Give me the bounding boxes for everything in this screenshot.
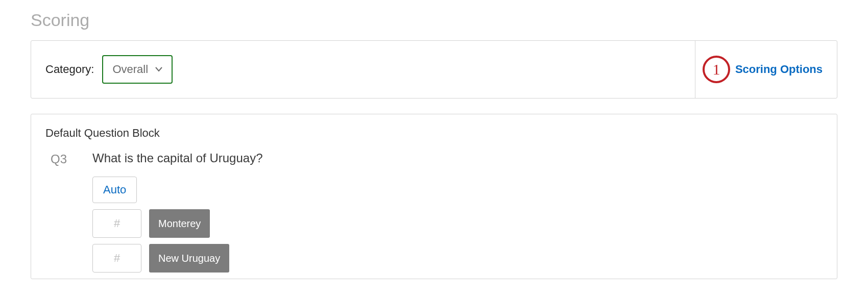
score-input[interactable] xyxy=(92,209,141,238)
scoring-options-link[interactable]: Scoring Options xyxy=(735,63,823,76)
category-bar: Category: Overall 1 Scoring Options xyxy=(31,40,837,98)
category-select[interactable]: Overall xyxy=(102,55,173,84)
question-id: Q3 xyxy=(51,151,76,166)
choice-row: Monterey xyxy=(92,209,823,238)
page-title: Scoring xyxy=(31,10,837,30)
question-row: Q3 What is the capital of Uruguay? Auto … xyxy=(45,151,823,279)
question-body: What is the capital of Uruguay? Auto Mon… xyxy=(92,151,823,279)
score-input[interactable] xyxy=(92,244,141,273)
scoring-options-group: 1 Scoring Options xyxy=(703,56,823,83)
vertical-divider xyxy=(695,41,695,98)
category-label: Category: xyxy=(45,63,94,76)
auto-button[interactable]: Auto xyxy=(92,177,137,203)
block-title: Default Question Block xyxy=(45,127,823,140)
choice-label[interactable]: New Uruguay xyxy=(149,244,229,273)
category-select-value: Overall xyxy=(112,63,148,76)
chevron-down-icon xyxy=(155,66,162,73)
callout-badge: 1 xyxy=(703,56,730,83)
question-text: What is the capital of Uruguay? xyxy=(92,151,823,165)
choice-label[interactable]: Monterey xyxy=(149,209,210,238)
question-block: Default Question Block Q3 What is the ca… xyxy=(31,114,837,279)
choice-row: New Uruguay xyxy=(92,244,823,273)
category-selector-group: Category: Overall xyxy=(45,55,173,84)
